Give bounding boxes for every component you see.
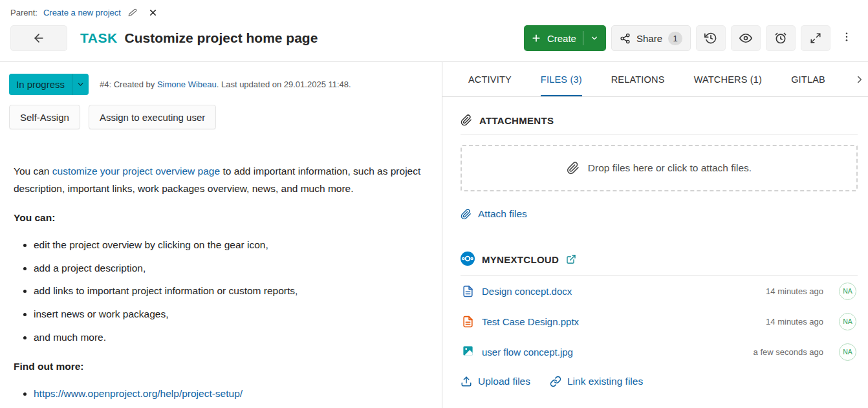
nextcloud-icon (461, 252, 475, 268)
file-dropzone[interactable]: Drop files here or click to attach files… (461, 145, 858, 191)
remove-parent-close-icon[interactable] (147, 6, 159, 19)
tab-files[interactable]: FILES (3) (541, 62, 582, 96)
list-item: add a project description, (34, 260, 431, 277)
description: You can customize your project overview … (9, 163, 431, 403)
link-list: https://www.openproject.org/help/project… (14, 385, 431, 403)
assign-row: Self-Assign Assign to executing user (9, 105, 431, 129)
list-item: and much more. (34, 329, 431, 347)
create-button-label: Create (547, 33, 576, 44)
arrow-left-icon (32, 32, 45, 45)
main-split: In progress #4: Created by Simone Wibeau… (0, 61, 868, 408)
page-title: Customize project home page (125, 30, 318, 46)
self-assign-button[interactable]: Self-Assign (9, 105, 80, 129)
file-timestamp: a few seconds ago (754, 347, 823, 357)
paperclip-icon (567, 162, 580, 175)
attachments-heading: ATTACHMENTS (479, 115, 554, 126)
doc-file-icon (462, 285, 474, 297)
file-link[interactable]: user flow concept.jpg (482, 347, 573, 358)
list-item: add links to important project informati… (34, 283, 431, 300)
plus-icon (531, 33, 541, 43)
tab-bar: ACTIVITY FILES (3) RELATIONS WATCHERS (1… (442, 62, 868, 97)
file-timestamp: 14 minutes ago (766, 317, 823, 327)
share-button-label: Share (636, 33, 662, 44)
dropzone-text: Drop files here or click to attach files… (588, 162, 752, 174)
status-row: In progress #4: Created by Simone Wibeau… (9, 74, 431, 95)
tab-relations[interactable]: RELATIONS (611, 62, 665, 96)
upload-files-label: Upload files (478, 376, 530, 387)
file-row: Test Case Design.pptx 14 minutes ago NA (461, 306, 858, 337)
create-button[interactable]: Create (524, 25, 606, 51)
description-paragraph: You can customize your project overview … (14, 163, 431, 197)
work-package-header: TASK Customize project home page Create … (0, 20, 868, 61)
paperclip-icon (461, 114, 472, 126)
upload-icon (461, 376, 472, 387)
tabs-scroll-right-button[interactable] (851, 62, 865, 96)
create-button-divider (583, 31, 583, 45)
ppt-file-icon (462, 316, 474, 328)
link-existing-files-label: Link existing files (567, 376, 643, 387)
caret-down-icon (72, 74, 89, 95)
external-link-icon[interactable] (566, 254, 576, 264)
title-wrap: TASK Customize project home page (80, 30, 318, 46)
parent-link[interactable]: Create a new project (43, 8, 121, 17)
share-icon (620, 33, 631, 44)
author-link[interactable]: Simone Wibeau (157, 80, 217, 89)
eye-icon (739, 32, 752, 45)
files-footer: Upload files Link existing files (461, 376, 858, 387)
bullet-list: edit the project overview by clicking on… (14, 237, 431, 346)
files-tab-content: ATTACHMENTS Drop files here or click to … (442, 97, 868, 387)
kebab-icon (841, 31, 852, 45)
file-row: user flow concept.jpg a few seconds ago … (461, 337, 858, 367)
reminder-button[interactable] (766, 25, 796, 51)
file-link[interactable]: Design concept.docx (482, 286, 572, 297)
assign-executing-user-button[interactable]: Assign to executing user (89, 105, 216, 129)
file-row: Design concept.docx 14 minutes ago NA (461, 276, 858, 306)
tab-gitlab[interactable]: GITLAB (791, 62, 825, 96)
list-item: https://www.openproject.org/help/project… (34, 385, 431, 403)
avatar: NA (839, 283, 856, 300)
list-item: edit the project overview by clicking on… (34, 237, 431, 254)
overview-page-link[interactable]: customize your project overview page (52, 166, 220, 177)
back-button[interactable] (10, 25, 67, 51)
file-link[interactable]: Test Case Design.pptx (482, 316, 579, 327)
avatar: NA (839, 343, 856, 361)
caret-down-icon (590, 34, 599, 43)
history-icon (704, 32, 717, 45)
tab-activity[interactable]: ACTIVITY (468, 62, 512, 96)
attach-files-link[interactable]: Attach files (461, 208, 527, 220)
meta-prefix: #4: Created by (100, 80, 157, 89)
link-icon (550, 376, 561, 387)
nextcloud-storage-section: MYNEXTCLOUD Design concept.docx 14 minut… (461, 252, 858, 387)
description-text: You can (14, 166, 52, 177)
parent-label: Parent: (10, 8, 38, 17)
list-item: insert news or work packages, (34, 306, 431, 323)
status-label: In progress (9, 74, 72, 95)
status-dropdown-button[interactable]: In progress (9, 74, 89, 95)
tabs-pane: ACTIVITY FILES (3) RELATIONS WATCHERS (1… (442, 62, 868, 408)
details-pane: In progress #4: Created by Simone Wibeau… (0, 62, 442, 408)
more-menu-button[interactable] (836, 25, 858, 51)
help-link[interactable]: https://www.openproject.org/help/project… (34, 388, 243, 399)
fullscreen-button[interactable] (801, 25, 830, 51)
tab-watchers[interactable]: WATCHERS (1) (694, 62, 763, 96)
you-can-heading: You can: (14, 209, 431, 227)
header-actions: Create Share 1 (524, 25, 858, 51)
image-file-icon (462, 345, 474, 360)
link-existing-files-link[interactable]: Link existing files (550, 376, 643, 387)
edit-parent-pencil-icon[interactable] (127, 7, 138, 19)
meta-line: #4: Created by Simone Wibeau. Last updat… (100, 80, 351, 89)
activity-history-button[interactable] (696, 25, 726, 51)
attachments-header: ATTACHMENTS (461, 114, 858, 134)
find-out-more-heading: Find out more: (14, 358, 431, 376)
share-count-badge: 1 (668, 32, 682, 45)
fullscreen-icon (810, 32, 821, 44)
work-package-type: TASK (80, 30, 118, 46)
chevron-right-icon (854, 74, 865, 85)
upload-files-link[interactable]: Upload files (461, 376, 530, 387)
storage-heading: MYNEXTCLOUD (482, 254, 559, 265)
share-button[interactable]: Share 1 (611, 25, 691, 51)
watch-button[interactable] (731, 25, 761, 51)
meta-suffix: . Last updated on 29.01.2025 11:48. (217, 80, 351, 89)
paperclip-icon (461, 209, 472, 220)
alarm-clock-icon (774, 32, 787, 45)
